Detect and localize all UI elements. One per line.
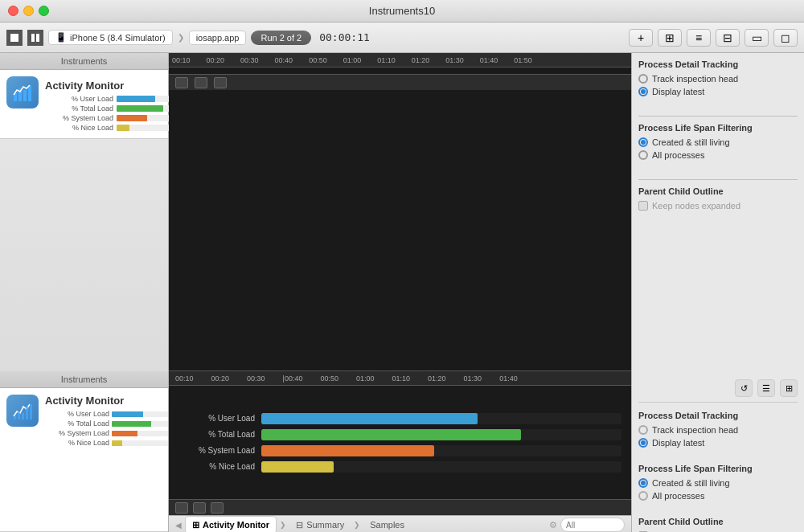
outline-header: Parent Child Outline (638, 517, 798, 526)
right-icon-grid[interactable]: ⊞ (780, 379, 798, 397)
user-load-bar (261, 413, 478, 424)
chart-visualization: % User Load % Total Load % System Load (169, 386, 631, 499)
right-panel-icons: ↺ ☰ ⊞ (638, 379, 798, 403)
instrument-name-label: Activity Monitor (45, 395, 168, 407)
timeline-ruler-bar: 00:10 00:20 00:30 |00:40 00:50 01:00 01:… (169, 371, 631, 386)
right-panel: Process Detail Tracking Track inspection… (631, 53, 804, 371)
created-living-option[interactable]: Created & still living (638, 137, 798, 147)
search-area: ⚙ (549, 518, 625, 532)
all-processes-radio-row[interactable]: All processes (638, 491, 798, 501)
toolbar-right: + ⊞ ≡ ⊟ ▭ ◻ (629, 29, 798, 47)
track-inspection-text: Track inspection head (652, 425, 738, 435)
bottom-section: ◀ ⊞ Activity Monitor ❯ ⊟ Summary ❯ Sampl… (169, 516, 631, 532)
lifespan-section: Process Life Span Filtering Created & st… (638, 464, 798, 501)
svg-rect-2 (23, 90, 27, 101)
display-latest-radio-2[interactable] (638, 438, 648, 448)
instrument-info: Activity Monitor % User Load % Total Loa… (45, 395, 168, 447)
filter-icon: ⚙ (549, 520, 557, 530)
minimize-button[interactable] (23, 6, 34, 16)
track-inspection-radio-row[interactable]: Track inspection head (638, 425, 798, 435)
top-section: 00:10 00:20 00:30 |00:40 00:50 01:00 01:… (169, 371, 631, 516)
detail-tracking-title: Process Detail Tracking (638, 59, 798, 69)
system-load-label: % System Load (178, 446, 255, 455)
layout-button-4[interactable]: ▭ (745, 29, 769, 47)
display-latest-label: Display latest (652, 87, 704, 96)
system-load-bar (261, 445, 434, 456)
zoom-button-1[interactable] (175, 77, 188, 88)
device-selector[interactable]: 📱 iPhone 5 (8.4 Simulator) (48, 30, 173, 45)
zoom-in-button[interactable] (175, 502, 188, 514)
right-icon-refresh[interactable]: ↺ (735, 379, 753, 397)
user-load-bar-bg (261, 413, 621, 424)
window-title: Instruments10 (369, 5, 435, 17)
track-inspection-radio-2[interactable] (638, 425, 648, 435)
display-latest-text: Display latest (652, 438, 704, 448)
mini-chart: % User Load % Total Load % System Load %… (45, 95, 181, 132)
app-selector[interactable]: iosapp.app (189, 31, 247, 45)
layout-button-3[interactable]: ⊟ (716, 29, 740, 47)
track-inspection-radio[interactable] (638, 74, 648, 84)
app-name: iosapp.app (196, 33, 240, 43)
activity-monitor-item[interactable]: Activity Monitor % User Load % Total Loa… (0, 388, 168, 532)
nice-load-bar-bg (261, 461, 621, 473)
fit-button[interactable] (211, 502, 224, 514)
keep-nodes-label: Keep nodes expanded (652, 201, 740, 211)
display-latest-radio[interactable] (638, 87, 648, 96)
tabs-bar: ◀ ⊞ Activity Monitor ❯ ⊟ Summary ❯ Sampl… (169, 516, 631, 532)
layout-button-2[interactable]: ≡ (687, 29, 711, 47)
layout-button-1[interactable]: ⊞ (658, 29, 682, 47)
display-latest-radio-row[interactable]: Display latest (638, 438, 798, 448)
instruments-sidebar: Instruments Activity Monitor % User Load (0, 53, 169, 371)
zoom-out-button[interactable] (193, 502, 206, 514)
total-load-label: % Total Load (178, 430, 255, 439)
created-living-radio[interactable] (638, 137, 648, 147)
svg-rect-3 (28, 85, 31, 101)
main-area: Instruments Activity Monitor % User Load (0, 53, 804, 371)
activity-monitor-label: Activity Monitor % User Load % Total Loa… (45, 76, 181, 132)
parent-child-section: Parent Child Outline Keep nodes expanded (638, 517, 798, 532)
close-button[interactable] (8, 6, 18, 16)
track-inspection-option[interactable]: Track inspection head (638, 74, 798, 84)
svg-rect-7 (26, 407, 28, 419)
chart-bars (169, 68, 631, 74)
svg-rect-6 (22, 413, 24, 419)
timer-display: 00:00:11 (319, 31, 370, 43)
phone-icon: 📱 (55, 32, 67, 43)
process-detail-tracking: Process Detail Tracking Track inspection… (638, 59, 798, 100)
keep-nodes-checkbox[interactable] (638, 201, 648, 211)
all-processes-option[interactable]: All processes (638, 150, 798, 160)
title-bar: Instruments10 (0, 0, 804, 23)
back-arrow-icon[interactable]: ◀ (175, 521, 182, 530)
user-load-row: % User Load (178, 413, 621, 424)
all-processes-radio-2[interactable] (638, 491, 648, 501)
search-input[interactable] (560, 518, 625, 532)
outline-title: Parent Child Outline (638, 186, 798, 196)
zoom-button-3[interactable] (214, 77, 227, 88)
zoom-button-2[interactable] (195, 77, 207, 88)
graph-column: 00:10 00:20 00:30 |00:40 00:50 01:00 01:… (169, 371, 631, 515)
display-latest-option[interactable]: Display latest (638, 87, 798, 96)
tab-activity-monitor[interactable]: ⊞ Activity Monitor (185, 516, 277, 532)
activity-monitor-icon-2 (6, 395, 39, 427)
pause-button[interactable] (27, 30, 43, 46)
tab-samples[interactable]: Samples (363, 516, 411, 532)
right-panel-col: ↺ ☰ ⊞ Process Detail Tracking Track insp… (631, 371, 804, 532)
created-living-radio-2[interactable] (638, 478, 648, 488)
stop-button[interactable] (6, 30, 23, 46)
layout-button-5[interactable]: ◻ (773, 29, 798, 47)
activity-monitor-instrument[interactable]: Activity Monitor % User Load % Total Loa… (0, 70, 168, 139)
right-icon-list[interactable]: ☰ (757, 379, 775, 397)
divider-2 (638, 179, 798, 180)
device-name: iPhone 5 (8.4 Simulator) (70, 33, 166, 43)
activity-monitor-icon (6, 76, 39, 108)
add-instrument-button[interactable]: + (629, 29, 653, 47)
all-processes-radio[interactable] (638, 150, 648, 160)
tab-summary[interactable]: ⊟ Summary (289, 516, 351, 532)
system-load-bar-bg (261, 445, 621, 456)
timeline-ruler: 00:10 00:20 00:30 00:40 00:50 01:00 01:1… (169, 53, 631, 68)
svg-rect-4 (14, 416, 16, 419)
total-load-bar-bg (261, 429, 621, 440)
toolbar: 📱 iPhone 5 (8.4 Simulator) ❯ iosapp.app … (0, 23, 804, 53)
maximize-button[interactable] (39, 6, 49, 16)
created-living-radio-row[interactable]: Created & still living (638, 478, 798, 488)
